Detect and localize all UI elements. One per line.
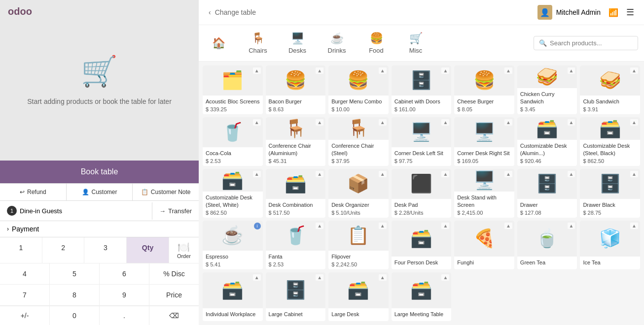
back-icon: ‹ — [209, 8, 211, 16]
numpad-8[interactable]: 8 — [50, 285, 100, 305]
numpad-1[interactable]: 1 — [0, 237, 42, 263]
product-name: Customizable Desk (Steel, White) — [206, 194, 260, 208]
product-card[interactable]: 🗃️ Customizable Desk (Alumin...) $ 920.4… — [517, 117, 577, 166]
product-card[interactable]: 🍔 Burger Menu Combo $ 10.00 ▲ — [328, 65, 389, 114]
numpad-5[interactable]: 5 — [50, 263, 100, 284]
numpad-disc[interactable]: % Disc — [149, 263, 199, 284]
product-corner-badge: ▲ — [316, 223, 323, 229]
numpad-7[interactable]: 7 — [0, 285, 50, 305]
product-info: Espresso $ 5.41 — [203, 251, 263, 269]
search-input[interactable] — [550, 39, 633, 47]
category-drinks[interactable]: ☕ Drinks — [317, 29, 357, 57]
product-name: Desk Stand with Screen — [457, 194, 511, 208]
numpad-qty[interactable]: Qty — [127, 237, 169, 263]
product-card[interactable]: 🍔 Cheese Burger $ 8.05 ▲ — [454, 65, 514, 114]
product-name: Burger Menu Combo — [331, 98, 386, 105]
product-card[interactable]: 🧊 Ice Tea ▲ — [580, 221, 640, 269]
user-name: Mitchell Admin — [556, 8, 601, 16]
numpad-2[interactable]: 2 — [42, 237, 85, 263]
product-card[interactable]: 🖥️ Corner Desk Right Sit $ 169.05 ▲ — [454, 117, 514, 166]
product-card[interactable]: 🥤 Coca-Cola $ 2.53 ▲ — [203, 117, 263, 166]
product-corner-badge: ▲ — [316, 274, 323, 281]
product-card[interactable]: 🗃️ Four Person Desk ▲ — [392, 221, 452, 269]
product-card[interactable]: 🍕 Funghi ▲ — [454, 221, 514, 269]
note-icon: 📋 — [141, 189, 148, 195]
product-card[interactable]: 🗃️ Individual Workplace ▲ — [203, 272, 263, 321]
product-info: Green Tea — [517, 257, 577, 269]
product-name: Chicken Curry Sandwich — [520, 91, 574, 105]
product-card[interactable]: 🥪 Chicken Curry Sandwich $ 3.45 ▲ — [517, 65, 577, 114]
product-info: Drawer Black $ 28.75 — [580, 199, 640, 218]
product-info: Cabinet with Doors $ 161.00 — [392, 96, 452, 114]
product-card[interactable]: 🗂️ Acoustic Bloc Screens $ 339.25 ▲ — [203, 65, 263, 114]
product-info: Customizable Desk (Steel, Black) $ 862.5… — [580, 140, 640, 166]
product-info: Conference Chair (Aluminium) $ 45.31 — [266, 140, 326, 166]
numpad-0[interactable]: 0 — [50, 306, 100, 325]
product-corner-badge: ▲ — [379, 119, 387, 126]
product-card[interactable]: 🖥️ Corner Desk Left Sit $ 97.75 ▲ — [392, 117, 452, 166]
numpad-dot[interactable]: . — [100, 306, 149, 325]
category-desks[interactable]: 🖥️ Desks — [278, 29, 317, 57]
category-misc[interactable]: 🛒 Misc — [396, 29, 435, 57]
product-card[interactable]: 🥤 Fanta $ 2.53 ▲ — [266, 221, 326, 269]
product-name: Coca-Cola — [206, 150, 260, 157]
refund-button[interactable]: ↩ Refund — [0, 184, 67, 200]
product-card[interactable]: 🗃️ Customizable Desk (Steel, Black) $ 86… — [580, 117, 640, 166]
product-info: Individual Workplace — [203, 308, 263, 321]
product-card[interactable]: 🥪 Club Sandwich $ 3.91 ▲ — [580, 65, 640, 114]
product-card[interactable]: ☕ Espresso $ 5.41 i — [203, 221, 263, 269]
numpad-4[interactable]: 4 — [0, 263, 50, 284]
numpad-backspace[interactable]: ⌫ — [149, 306, 199, 325]
product-corner-badge: ▲ — [441, 171, 449, 177]
customer-note-label: Customer Note — [151, 189, 191, 195]
product-card[interactable]: 🗄️ Large Cabinet ▲ — [266, 272, 326, 321]
order-button[interactable]: 🍽️ Order — [169, 237, 199, 263]
product-name: Large Desk — [331, 311, 386, 318]
product-info: Ice Tea — [580, 257, 640, 269]
change-table-button[interactable]: ‹ Change table — [209, 8, 256, 16]
product-card[interactable]: 🗄️ Cabinet with Doors $ 161.00 ▲ — [392, 65, 452, 114]
product-card[interactable]: 🗃️ Customizable Desk (Steel, White) $ 86… — [203, 169, 263, 218]
product-card[interactable]: 🗄️ Drawer Black $ 28.75 ▲ — [580, 169, 640, 218]
product-name: Drawer — [520, 201, 574, 208]
numpad-price[interactable]: Price — [149, 285, 199, 305]
product-card[interactable]: 🗃️ Large Desk ▲ — [328, 272, 389, 321]
category-food[interactable]: 🍔 Food — [357, 29, 396, 57]
product-corner-badge: ▲ — [568, 67, 575, 74]
book-table-button[interactable]: Book table — [0, 161, 199, 183]
payment-row[interactable]: › Payment — [0, 221, 199, 237]
customer-button[interactable]: 👤 Customer — [67, 184, 133, 200]
product-card[interactable]: 🗃️ Large Meeting Table ▲ — [392, 272, 452, 321]
info-badge[interactable]: i — [254, 223, 261, 229]
product-price: $ 2,242.50 — [331, 261, 386, 267]
product-price: $ 862.50 — [583, 158, 637, 164]
numpad-9[interactable]: 9 — [100, 285, 149, 305]
product-card[interactable]: 🪑 Conference Chair (Steel) $ 37.95 ▲ — [328, 117, 389, 166]
product-card[interactable]: 🍔 Bacon Burger $ 8.63 ▲ — [266, 65, 326, 114]
product-card[interactable]: 📋 Flipover $ 2,242.50 ▲ — [328, 221, 389, 269]
product-card[interactable]: 🖥️ Desk Stand with Screen $ 2,415.00 ▲ — [454, 169, 514, 218]
customer-note-button[interactable]: 📋 Customer Note — [133, 184, 199, 200]
product-card[interactable]: 🗄️ Drawer $ 127.08 ▲ — [517, 169, 577, 218]
transfer-button[interactable]: → Transfer — [152, 202, 199, 220]
category-chairs[interactable]: 🪑 Chairs — [238, 29, 278, 57]
numpad-6[interactable]: 6 — [100, 263, 149, 284]
search-box[interactable]: 🔍 — [534, 36, 638, 50]
cart-icon: 🛒 — [81, 54, 118, 89]
product-card[interactable]: 🪑 Conference Chair (Aluminium) $ 45.31 ▲ — [266, 117, 326, 166]
product-corner-badge: ▲ — [379, 223, 387, 229]
category-all[interactable]: 🏠 — [199, 34, 238, 53]
home-icon: 🏠 — [212, 37, 225, 50]
numpad-plusminus[interactable]: +/- — [0, 306, 50, 325]
hamburger-menu-icon[interactable]: ☰ — [626, 7, 634, 18]
guests-row: 1 Dine-in Guests → Transfer — [0, 200, 199, 221]
product-card[interactable]: 📦 Desk Organizer $ 5.10/Units ▲ — [328, 169, 389, 218]
numpad-area: 1 2 3 Qty 🍽️ Order 4 5 6 % Disc 7 8 9 Pr… — [0, 237, 199, 325]
product-card[interactable]: 🍵 Green Tea ▲ — [517, 221, 577, 269]
product-card[interactable]: 🗃️ Desk Combination $ 517.50 ▲ — [266, 169, 326, 218]
customer-icon: 👤 — [82, 189, 89, 195]
product-card[interactable]: ⬛ Desk Pad $ 2.28/Units ▲ — [392, 169, 452, 218]
product-corner-badge: ▲ — [630, 67, 638, 74]
action-row: ↩ Refund 👤 Customer 📋 Customer Note — [0, 183, 199, 200]
numpad-3[interactable]: 3 — [84, 237, 127, 263]
